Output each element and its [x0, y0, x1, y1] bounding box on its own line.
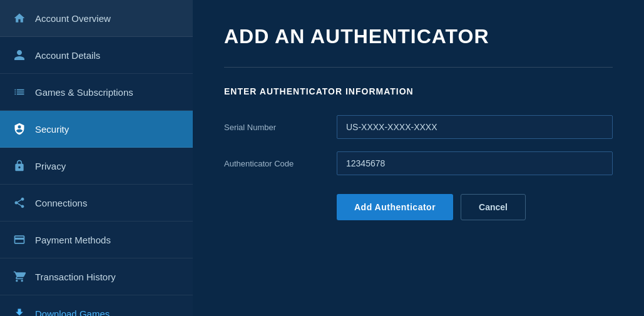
- sidebar-item-label: Privacy: [35, 161, 66, 171]
- divider: [224, 67, 613, 68]
- serial-number-input[interactable]: [337, 115, 613, 139]
- home-icon: [13, 11, 26, 25]
- sidebar-item-label: Connections: [35, 198, 87, 208]
- auth-code-input[interactable]: [337, 151, 613, 175]
- sidebar-item-label: Transaction History: [35, 272, 116, 282]
- cart-icon: [13, 270, 26, 283]
- authenticator-form: Serial Number Authenticator Code Add Aut…: [224, 115, 613, 220]
- sidebar-item-security[interactable]: Security: [0, 111, 193, 148]
- sidebar-item-label: Account Details: [35, 50, 100, 61]
- cancel-button[interactable]: Cancel: [461, 194, 526, 220]
- form-buttons: Add Authenticator Cancel: [337, 194, 613, 220]
- download-icon: [13, 307, 26, 316]
- sidebar-item-payment-methods[interactable]: Payment Methods: [0, 222, 193, 258]
- shield-icon: [13, 122, 26, 136]
- serial-number-label: Serial Number: [224, 123, 318, 132]
- share-icon: [13, 196, 26, 210]
- sidebar-item-games-subscriptions[interactable]: Games & Subscriptions: [0, 74, 193, 111]
- sidebar-item-label: Download Games: [35, 308, 110, 317]
- serial-number-row: Serial Number: [224, 115, 613, 139]
- user-icon: [13, 48, 26, 62]
- list-icon: [13, 85, 26, 99]
- auth-code-row: Authenticator Code: [224, 151, 613, 175]
- sidebar-item-connections[interactable]: Connections: [0, 185, 193, 222]
- card-icon: [13, 233, 26, 247]
- sidebar-item-label: Account Overview: [35, 13, 111, 24]
- sidebar-item-privacy[interactable]: Privacy: [0, 148, 193, 185]
- sidebar-item-download-games[interactable]: Download Games: [0, 295, 193, 316]
- section-heading: ENTER AUTHENTICATOR INFORMATION: [224, 86, 613, 96]
- sidebar-item-label: Payment Methods: [35, 235, 111, 245]
- sidebar-item-account-details[interactable]: Account Details: [0, 37, 193, 74]
- sidebar-item-label: Security: [35, 124, 69, 135]
- add-authenticator-button[interactable]: Add Authenticator: [337, 194, 453, 220]
- auth-code-label: Authenticator Code: [224, 159, 318, 168]
- page-title: ADD AN AUTHENTICATOR: [224, 25, 613, 48]
- sidebar-item-label: Games & Subscriptions: [35, 87, 133, 98]
- sidebar: Account Overview Account Details Games &…: [0, 0, 193, 316]
- lock-icon: [13, 159, 26, 173]
- main-content: ADD AN AUTHENTICATOR ENTER AUTHENTICATOR…: [193, 0, 644, 316]
- sidebar-item-account-overview[interactable]: Account Overview: [0, 0, 193, 37]
- sidebar-item-transaction-history[interactable]: Transaction History: [0, 258, 193, 295]
